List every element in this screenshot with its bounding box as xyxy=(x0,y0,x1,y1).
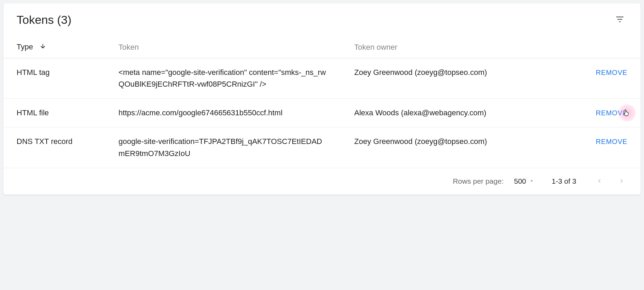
chevron-left-icon xyxy=(596,177,603,186)
filter-button[interactable] xyxy=(612,12,627,28)
column-owner-label: Token owner xyxy=(354,43,397,51)
remove-button[interactable]: REMOVE xyxy=(596,69,627,77)
cell-action: REMOVE xyxy=(558,99,641,127)
cell-owner: Zoey Greenwood (zoeyg@topseo.com) xyxy=(341,58,558,99)
table-row: HTML file https://acme.com/google6746656… xyxy=(3,99,641,127)
cell-action: REMOVE xyxy=(558,58,641,99)
column-header-action xyxy=(558,36,641,58)
cell-action: REMOVE xyxy=(558,127,641,168)
sort-arrow-down-icon xyxy=(39,43,46,52)
table-row: HTML tag <meta name="google-site-verific… xyxy=(3,58,641,99)
dropdown-arrow-icon xyxy=(529,177,534,185)
cell-owner: Zoey Greenwood (zoeyg@topseo.com) xyxy=(341,127,558,168)
column-header-type[interactable]: Type xyxy=(3,36,105,58)
rows-per-page-value: 500 xyxy=(514,177,526,185)
column-type-label: Type xyxy=(17,42,33,51)
tokens-table: Type Token Token owner HTML tag <meta na… xyxy=(3,36,641,168)
page-range: 1-3 of 3 xyxy=(552,177,576,185)
cell-type: HTML file xyxy=(3,99,105,127)
remove-button[interactable]: REMOVE xyxy=(596,138,627,146)
tokens-card: Tokens (3) Type Token Token owner xyxy=(3,3,641,195)
cell-token: google-site-verification=TFJPA2TBf9j_qAK… xyxy=(105,127,341,168)
table-header-row: Type Token Token owner xyxy=(3,36,641,58)
cell-owner: Alexa Woods (alexa@webagency.com) xyxy=(341,99,558,127)
column-header-token[interactable]: Token xyxy=(105,36,341,58)
rows-per-page-label: Rows per page: xyxy=(453,177,504,185)
cell-type: DNS TXT record xyxy=(3,127,105,168)
card-title: Tokens (3) xyxy=(17,13,72,27)
cell-token: https://acme.com/google674665631b550ccf.… xyxy=(105,99,341,127)
cell-token: <meta name="google-site-verification" co… xyxy=(105,58,341,99)
column-token-label: Token xyxy=(119,43,139,51)
next-page-button[interactable] xyxy=(616,175,627,188)
card-header: Tokens (3) xyxy=(3,3,641,36)
remove-button[interactable]: REMOVE xyxy=(596,109,627,117)
chevron-right-icon xyxy=(618,177,625,186)
cell-type: HTML tag xyxy=(3,58,105,99)
rows-per-page-select[interactable]: 500 xyxy=(514,177,534,185)
pagination-bar: Rows per page: 500 1-3 of 3 xyxy=(3,168,641,195)
column-header-owner[interactable]: Token owner xyxy=(341,36,558,58)
filter-icon xyxy=(615,14,625,25)
pagination-nav xyxy=(594,175,627,188)
rows-per-page: Rows per page: 500 xyxy=(453,177,534,185)
table-row: DNS TXT record google-site-verification=… xyxy=(3,127,641,168)
prev-page-button[interactable] xyxy=(594,175,605,188)
